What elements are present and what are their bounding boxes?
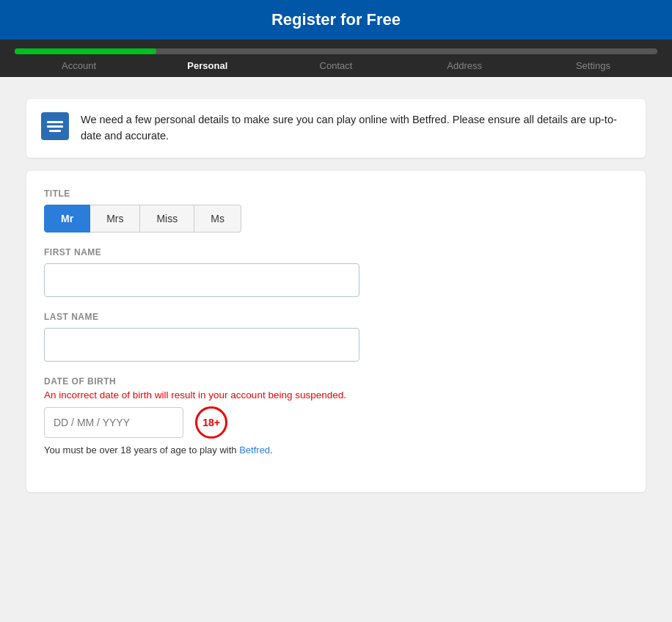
progress-area: AccountPersonalContactAddressSettings: [0, 40, 672, 77]
step-label-contact: Contact: [271, 60, 400, 71]
progress-fill: [15, 48, 156, 54]
first-name-group: FIRST NAME: [44, 247, 628, 297]
dob-row: 18+: [44, 406, 628, 439]
title-group: TITLE MrMrsMissMs: [44, 189, 628, 233]
info-box: We need a few personal details to make s…: [26, 99, 646, 158]
betfred-link[interactable]: Betfred: [239, 444, 270, 455]
dob-note-period: .: [270, 444, 273, 455]
last-name-input[interactable]: [44, 328, 359, 362]
dob-error-text: An incorrect date of birth will result i…: [44, 389, 628, 400]
title-btn-mr[interactable]: Mr: [44, 205, 90, 233]
page-header: Register for Free: [0, 0, 672, 40]
step-label-personal: Personal: [143, 60, 271, 71]
info-text: We need a few personal details to make s…: [81, 112, 631, 144]
form-card: TITLE MrMrsMissMs FIRST NAME LAST NAME D…: [26, 171, 646, 492]
title-btn-mrs[interactable]: Mrs: [90, 205, 140, 233]
document-icon: [41, 112, 69, 140]
first-name-label: FIRST NAME: [44, 247, 628, 257]
step-labels: AccountPersonalContactAddressSettings: [15, 60, 657, 71]
last-name-label: LAST NAME: [44, 312, 628, 322]
step-label-account: Account: [15, 60, 143, 71]
dob-label: DATE OF BIRTH: [44, 376, 628, 387]
title-buttons: MrMrsMissMs: [44, 205, 628, 233]
progress-track: [15, 48, 657, 54]
page-title: Register for Free: [0, 10, 672, 29]
title-btn-miss[interactable]: Miss: [140, 205, 194, 233]
title-btn-ms[interactable]: Ms: [194, 205, 241, 233]
dob-note: You must be over 18 years of age to play…: [44, 444, 628, 455]
dob-group: DATE OF BIRTH An incorrect date of birth…: [44, 376, 628, 455]
first-name-input[interactable]: [44, 263, 359, 297]
title-label: TITLE: [44, 189, 628, 199]
dob-input[interactable]: [44, 407, 183, 438]
step-label-address: Address: [401, 60, 529, 71]
main-content: We need a few personal details to make s…: [13, 99, 659, 492]
step-label-settings: Settings: [529, 60, 657, 71]
age-badge: 18+: [195, 406, 227, 439]
last-name-group: LAST NAME: [44, 312, 628, 362]
dob-note-text: You must be over 18 years of age to play…: [44, 444, 239, 455]
